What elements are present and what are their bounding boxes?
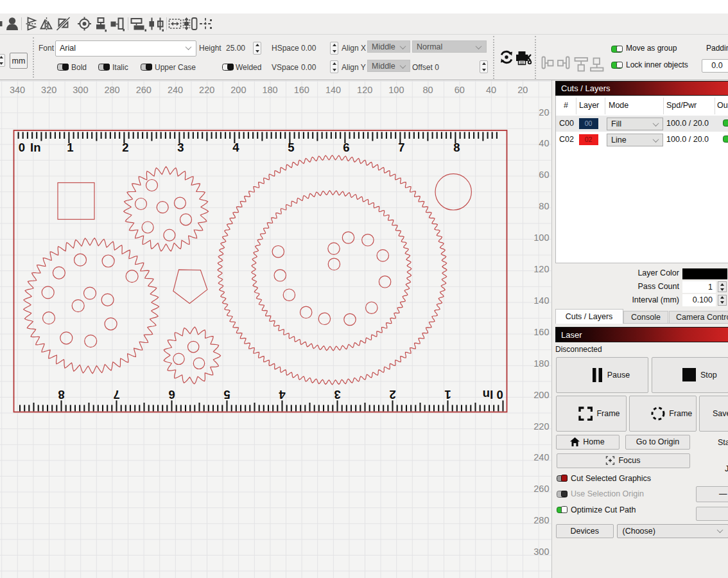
svg-text:60: 60	[455, 85, 465, 95]
svg-text:In: In	[483, 388, 493, 401]
svg-text:80: 80	[423, 85, 433, 95]
svg-text:120: 120	[533, 264, 549, 274]
svg-text:6: 6	[168, 388, 175, 401]
svg-text:100: 100	[533, 232, 549, 243]
svg-text:In: In	[30, 141, 40, 154]
svg-text:260: 260	[533, 484, 549, 494]
svg-text:40: 40	[486, 85, 496, 95]
svg-text:200: 200	[230, 85, 246, 95]
svg-text:300: 300	[73, 85, 88, 95]
svg-text:100: 100	[388, 85, 404, 95]
svg-text:3: 3	[334, 388, 340, 401]
svg-text:260: 260	[136, 85, 152, 95]
svg-text:160: 160	[294, 85, 309, 95]
svg-text:340: 340	[10, 85, 25, 95]
svg-text:240: 240	[168, 85, 183, 95]
svg-text:5: 5	[288, 141, 294, 154]
svg-text:1: 1	[67, 141, 73, 154]
svg-text:240: 240	[533, 452, 549, 462]
svg-text:8: 8	[58, 388, 64, 401]
svg-text:7: 7	[113, 388, 119, 401]
svg-text:320: 320	[41, 85, 56, 95]
svg-text:200: 200	[533, 390, 549, 400]
svg-text:80: 80	[539, 201, 549, 211]
svg-text:160: 160	[533, 327, 549, 337]
svg-text:180: 180	[262, 85, 277, 95]
svg-text:120: 120	[357, 85, 372, 95]
svg-text:5: 5	[223, 388, 230, 401]
svg-text:2: 2	[122, 141, 128, 154]
svg-text:300: 300	[533, 547, 549, 557]
svg-text:140: 140	[533, 295, 549, 306]
svg-text:4: 4	[232, 141, 239, 154]
svg-text:40: 40	[539, 138, 549, 148]
svg-text:8: 8	[453, 141, 460, 154]
svg-text:2: 2	[389, 388, 395, 401]
svg-text:220: 220	[199, 85, 214, 95]
svg-text:280: 280	[104, 85, 119, 95]
svg-text:60: 60	[539, 170, 549, 180]
svg-text:0: 0	[19, 141, 25, 154]
svg-text:0: 0	[496, 388, 503, 401]
svg-text:3: 3	[177, 141, 184, 154]
svg-text:6: 6	[343, 141, 349, 154]
svg-text:4: 4	[279, 388, 286, 401]
svg-text:180: 180	[533, 358, 549, 369]
svg-text:220: 220	[533, 421, 549, 432]
svg-text:280: 280	[533, 515, 549, 525]
svg-text:7: 7	[398, 141, 404, 154]
svg-text:20: 20	[539, 107, 549, 118]
svg-text:140: 140	[325, 85, 341, 95]
svg-text:20: 20	[517, 85, 528, 95]
svg-text:1: 1	[444, 388, 451, 401]
